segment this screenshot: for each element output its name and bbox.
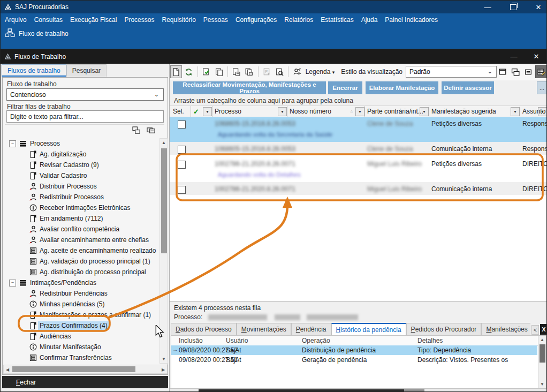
- legend-people-icon[interactable]: [291, 65, 303, 78]
- tree-expand-icon[interactable]: −: [9, 280, 16, 287]
- scroll-down-icon[interactable]: ▼: [160, 357, 168, 361]
- list-layout-icon[interactable]: [522, 65, 534, 78]
- history-scroll-thumb[interactable]: [540, 344, 545, 363]
- tree-vertical-scrollbar[interactable]: ▲ ▼: [159, 138, 168, 364]
- tree-item-avaliar-conflito-compete-ncia[interactable]: Avaliar conflito competência: [4, 224, 160, 235]
- menu-item-execuc-a-o-fiscal[interactable]: Execução Fiscal: [70, 16, 117, 24]
- tab-pesquisar[interactable]: Pesquisar: [66, 64, 107, 77]
- legend-dropdown[interactable]: Legenda ▾: [306, 68, 335, 76]
- menu-item-consultas[interactable]: Consultas: [34, 16, 63, 24]
- new-document-icon[interactable]: [170, 65, 182, 78]
- history-column-detalhes[interactable]: Detalhes: [417, 337, 443, 344]
- row-checkbox[interactable]: [178, 186, 186, 194]
- history-column-inclusa-o[interactable]: Inclusão: [179, 337, 203, 344]
- detail-tab-manifestac-o-es[interactable]: Manifestações: [481, 323, 530, 335]
- search-document-icon[interactable]: [274, 65, 285, 78]
- detail-tab-histo-rico-da-pende-ncia[interactable]: Histórico da pendência: [331, 323, 406, 335]
- detail-tab-movimentac-o-es[interactable]: Movimentações: [237, 323, 291, 335]
- menu-item-relato-rios[interactable]: Relatórios: [284, 16, 313, 24]
- tree-horizontal-scrollbar[interactable]: ◀ ▶: [3, 365, 168, 374]
- restore-button[interactable]: [503, 1, 524, 13]
- history-row[interactable]: →09/08/2020 00:27:52SajAtDistribuição de…: [171, 345, 537, 355]
- column-header-manifestac-a-o-sugerida[interactable]: Manifestação sugerida: [429, 106, 520, 117]
- history-vertical-scrollbar[interactable]: ▲ ▼: [538, 336, 546, 388]
- table-row[interactable]: 1002786-21.2020.8.26.0071Miguel Luis Rib…: [170, 182, 547, 195]
- tree-item-minutar-manifestac-a-o[interactable]: Minutar Manifestação: [4, 342, 160, 352]
- menu-item-processos[interactable]: Processos: [124, 16, 154, 24]
- tree-item-avaliar-encaminhamento-entre-chefias[interactable]: Avaliar encaminhamento entre chefias: [4, 235, 160, 245]
- tree-item-audie-ncias[interactable]: Audiências: [4, 331, 160, 342]
- detail-close-button[interactable]: X: [540, 324, 547, 335]
- more-actions-button[interactable]: ...: [537, 81, 547, 94]
- window-layout-icon[interactable]: [497, 65, 509, 78]
- action-button-encerrar[interactable]: Encerrar: [328, 81, 362, 94]
- tree-item-minhas-pende-ncias-5[interactable]: Minhas pendências (5): [4, 299, 160, 310]
- tree-item-revisar-cadastro-9[interactable]: Revisar Cadastro (9): [4, 160, 160, 170]
- tree-item-confirmar-transfere-ncias[interactable]: Confirmar Transferências: [4, 352, 160, 363]
- tree-item-validar-cadastro[interactable]: Validar Cadastro: [4, 170, 160, 181]
- column-header-item[interactable]: ✓: [191, 106, 212, 117]
- table-row[interactable]: 1002786-21.2020.8.26.0071Miguel Luis Rib…: [170, 157, 547, 182]
- tree-item-redistribuir-processos[interactable]: Redistribuir Processos: [4, 192, 160, 202]
- minimize-button[interactable]: —: [477, 1, 498, 13]
- scroll-down-icon[interactable]: ▼: [538, 382, 546, 387]
- detail-tab-dados-do-processo[interactable]: Dados do Processo: [171, 323, 237, 335]
- collapse-all-icon[interactable]: [147, 126, 156, 137]
- workflow-close-button[interactable]: ✕: [525, 50, 547, 64]
- tree-item-manifestac-o-es-e-prazos-a-confirmar-1[interactable]: Manifestações e prazos a confirmar (1): [4, 310, 160, 320]
- tree-item-distribuir-processos[interactable]: Distribuir Processos: [4, 181, 160, 192]
- save-all-documents-icon[interactable]: [244, 65, 255, 78]
- detail-hscroll-thumb[interactable]: [199, 389, 404, 392]
- tree-item-ag-validac-a-o-do-processo-principal-1[interactable]: Ag. validação do processo principal (1): [4, 256, 160, 267]
- check-all-icon[interactable]: ✓: [193, 108, 199, 116]
- tree-scroll-thumb[interactable]: [161, 148, 167, 253]
- tree-item-item[interactable]: [4, 363, 160, 364]
- scroll-up-icon[interactable]: ▲: [160, 140, 168, 145]
- style-select[interactable]: Padrão ⌄: [406, 66, 497, 78]
- action-button-elaborar-manifestac-a-o[interactable]: Elaborar Manifestação: [366, 81, 438, 94]
- tree-item-intimac-o-es-pende-ncias[interactable]: −Intimações/Pendências: [4, 277, 160, 288]
- detail-horizontal-scrollbar[interactable]: [170, 388, 547, 392]
- table-row[interactable]: 1068605-15.2016.8.26.0053Clene de SouzaP…: [170, 117, 547, 142]
- detail-tab-pedidos-do-procurador[interactable]: Pedidos do Procurador: [406, 323, 482, 335]
- action-button-reclassificar-movimentac-a-o-manifestac-o-es-e-prazos[interactable]: Reclassificar Movimentação, Manifestaçõe…: [173, 81, 326, 94]
- tree-expand-icon[interactable]: −: [9, 140, 16, 147]
- save-document-icon[interactable]: [231, 65, 242, 78]
- column-header-processo[interactable]: Processo: [212, 106, 287, 117]
- close-button[interactable]: ✕: [528, 1, 547, 13]
- menu-item-estati-sticas[interactable]: Estatísticas: [321, 16, 353, 24]
- row-checkbox[interactable]: [178, 120, 186, 129]
- detail-tab-pende-ncia[interactable]: Pendência: [291, 323, 331, 335]
- menu-item-painel-indicadores[interactable]: Painel Indicadores: [385, 16, 438, 24]
- refresh-icon[interactable]: [183, 65, 195, 78]
- workflow-minimize-button[interactable]: —: [503, 50, 525, 64]
- row-checkbox[interactable]: [178, 146, 186, 154]
- column-header-parte-contra-ria-int[interactable]: Parte contrária/int...: [365, 106, 429, 117]
- tree-item-receber-intimac-o-es-eletro-nicas[interactable]: Receber Intimações Eletrônicas: [4, 202, 160, 213]
- menu-item-arquivo[interactable]: Arquivo: [5, 16, 27, 24]
- tree-item-ag-aceite-de-encaminhamento-realizado[interactable]: Ag. aceite de encaminhamento realizado: [4, 245, 160, 256]
- column-header-sel[interactable]: Sel.: [171, 106, 191, 117]
- grid-edit-icon[interactable]: [535, 65, 547, 78]
- fechar-button[interactable]: Fechar: [2, 376, 168, 388]
- scroll-left-icon[interactable]: ◀: [5, 367, 10, 372]
- tree-item-ag-distribuic-a-o-do-processo-principal[interactable]: Ag. distribuição do processo principal: [4, 267, 160, 277]
- scroll-right-icon[interactable]: ▶: [161, 367, 165, 372]
- history-column-operac-a-o[interactable]: Operação: [302, 337, 330, 344]
- expand-all-icon[interactable]: [132, 126, 141, 137]
- cascade-layout-icon[interactable]: [510, 65, 522, 78]
- menu-item-ajuda[interactable]: Ajuda: [361, 16, 378, 24]
- workflow-toolbar-button[interactable]: Fluxo de trabalho: [5, 28, 69, 39]
- workflow-select[interactable]: Contencioso ⌄: [6, 88, 164, 101]
- row-checkbox[interactable]: [178, 161, 186, 169]
- table-row[interactable]: 1068605-15.2016.8.26.0053Clene de SouzaC…: [170, 142, 547, 155]
- tab-fluxos-de-trabalho[interactable]: Fluxos de trabalho: [2, 64, 66, 77]
- menu-item-pessoas[interactable]: Pessoas: [203, 16, 228, 24]
- tree-item-redistribuir-pende-ncias[interactable]: Redistribuir Pendências: [4, 288, 160, 299]
- validate-document-icon[interactable]: [200, 65, 212, 78]
- copy-document-icon[interactable]: [213, 65, 225, 78]
- tree-item-processos[interactable]: −Processos: [4, 138, 160, 149]
- tree-hscroll-thumb[interactable]: [12, 366, 135, 372]
- group-by-bar[interactable]: Arraste um cabeçalho de coluna aqui para…: [170, 95, 547, 106]
- tree-item-ag-digitalizac-a-o[interactable]: Ag. digitalização: [4, 149, 160, 160]
